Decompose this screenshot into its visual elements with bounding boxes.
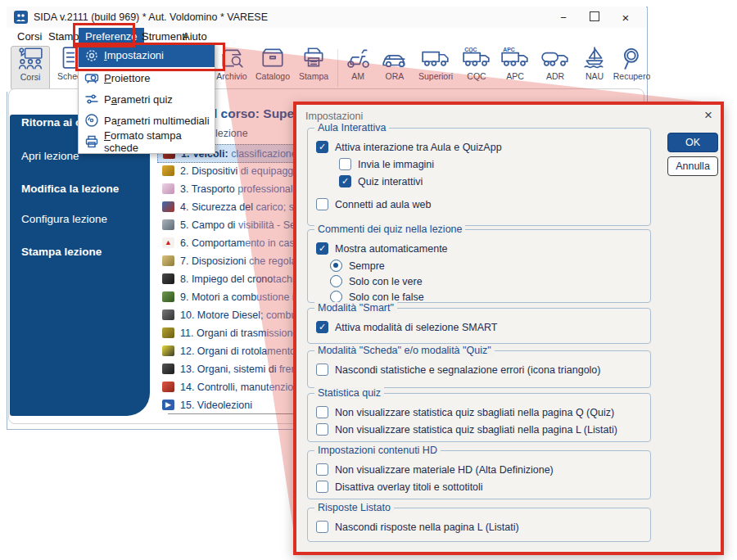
checkbox-connetti-aula-web[interactable]: ✓ xyxy=(316,198,328,210)
svg-text:CQC: CQC xyxy=(464,47,477,53)
menu-item-formato-stampa[interactable]: Formato stampa schede xyxy=(79,131,215,152)
toolbar-label: NAU xyxy=(586,71,604,81)
sidebar-item-stampa-lezione[interactable]: Stampa lezione xyxy=(21,246,102,258)
checkbox-quiz-interattivi[interactable]: ✓ xyxy=(339,175,351,187)
toolbar-label: AM xyxy=(351,71,364,81)
archive-search-icon xyxy=(219,46,245,70)
group-statistica-quiz: Statistica quiz ✓ Non visualizzare stati… xyxy=(307,393,651,442)
minimize-button[interactable]: − xyxy=(558,11,569,24)
svg-text:APC: APC xyxy=(503,47,515,52)
drawer-icon xyxy=(260,46,286,70)
checkbox-disattiva-overlay[interactable]: ✓ xyxy=(316,481,328,493)
impostazioni-dialog: Impostazioni × Aula Interattiva ✓ Attiva… xyxy=(293,102,724,555)
checkbox-selezione-smart[interactable]: ✓ xyxy=(316,321,328,333)
radio-solo-false[interactable] xyxy=(330,291,342,303)
toolbar-am-button[interactable]: AM xyxy=(341,46,375,88)
menu-corsi[interactable]: Corsi xyxy=(13,28,46,45)
toolbar-label: Archivio xyxy=(216,71,246,81)
sidebar-item-configura-lezione[interactable]: Configura lezione xyxy=(21,213,107,225)
printer-icon xyxy=(301,46,327,70)
lesson-icon xyxy=(162,165,174,176)
checkbox-nascondi-risposte[interactable]: ✓ xyxy=(316,521,328,533)
window-title: SIDA v.2111 (build 969) * Aut. Voldomino… xyxy=(34,11,268,23)
toolbar-catalogo-button[interactable]: Catalogo xyxy=(252,46,293,88)
toolbar-archivio-button[interactable]: Archivio xyxy=(211,46,252,88)
checkbox-attiva-interazione[interactable]: ✓ xyxy=(316,141,328,153)
group-contenuti-hd: Impostazioni contenuti HD ✓ Non visualiz… xyxy=(307,450,651,499)
radio-sempre[interactable] xyxy=(330,260,342,272)
ok-button[interactable]: OK xyxy=(667,133,718,152)
truck-icon xyxy=(421,46,450,70)
checkbox-statistica-pagina-l[interactable]: ✓ xyxy=(316,423,328,436)
lesson-icon xyxy=(162,345,174,356)
lesson-icon xyxy=(162,255,174,266)
toolbar-corsi-button[interactable]: Corsi xyxy=(11,46,50,90)
lesson-icon xyxy=(162,291,174,302)
truck-apc-icon: APC xyxy=(500,46,530,70)
checkbox-nascondi-statistiche[interactable]: ✓ xyxy=(316,364,328,376)
lesson-icon xyxy=(162,183,174,194)
app-logo-icon xyxy=(14,11,28,24)
group-risposte-listato: Risposte Listato ✓ Nascondi risposte nel… xyxy=(307,508,651,542)
toolbar-label: Superiori xyxy=(418,71,453,81)
lesson-icon xyxy=(162,309,174,320)
lesson-icon: ▶ xyxy=(162,400,174,410)
group-modalita-scheda-quiz: Modalità "Scheda" e/o modalità "Quiz" ✓ … xyxy=(307,350,651,388)
toolbar-label: ADR xyxy=(546,71,564,81)
menu-item-parametri-multimediali[interactable]: Parametri multimediali xyxy=(79,110,215,131)
group-modalita-smart: Modalità "Smart" ✓ Attiva modalità di se… xyxy=(307,308,651,344)
window-titlebar: SIDA v.2111 (build 969) * Aut. Voldomino… xyxy=(7,7,646,28)
checkbox-invia-immagini[interactable]: ✓ xyxy=(339,158,351,170)
cd-icon xyxy=(84,113,99,128)
group-aula-interattiva: Aula Interattiva ✓ Attiva interazione tr… xyxy=(307,128,651,226)
toolbar-label: Corsi xyxy=(20,72,41,82)
toolbar-ora-button[interactable]: ORA xyxy=(377,46,413,88)
projector-icon xyxy=(84,70,99,85)
lesson-icon xyxy=(162,327,174,338)
toolbar-label: Recupero xyxy=(613,71,650,81)
dialog-close-icon[interactable]: × xyxy=(704,107,712,124)
toolbar-recupero-button[interactable]: Recupero xyxy=(613,46,650,88)
sliders-icon xyxy=(84,92,99,106)
radio-solo-vere[interactable] xyxy=(330,275,342,287)
toolbar-stampa-button[interactable]: Stampa xyxy=(295,46,332,88)
lesson-icon xyxy=(162,273,174,284)
annulla-button[interactable]: Annulla xyxy=(667,156,718,176)
toolbar-label: APC xyxy=(506,71,524,81)
tanker-truck-icon xyxy=(540,46,570,70)
preferences-dropdown-menu: Impostazioni Proiettore Parametri quiz P… xyxy=(78,43,215,154)
menu-item-impostazioni[interactable]: Impostazioni xyxy=(79,43,215,67)
group-commenti-quiz: Commenti dei quiz nella lezione ✓ Mostra… xyxy=(307,229,651,303)
toolbar-cqc-button[interactable]: CQC CQC xyxy=(458,46,495,88)
sidebar-item-modifica-lezione[interactable]: Modifica la lezione xyxy=(21,183,119,195)
toolbar-label: ORA xyxy=(386,71,405,81)
toolbar-apc-button[interactable]: APC APC xyxy=(496,46,534,88)
lesson-icon xyxy=(162,219,174,230)
toolbar-superiori-button[interactable]: Superiori xyxy=(414,46,458,88)
scooter-icon xyxy=(345,46,371,70)
checkbox-statistica-pagina-q[interactable]: ✓ xyxy=(316,406,328,418)
lesson-icon: ▲ xyxy=(162,237,174,248)
sidebar-item-apri-lezione[interactable]: Apri lezione xyxy=(21,150,79,162)
close-button[interactable]: × xyxy=(620,11,631,25)
sailboat-icon xyxy=(581,46,608,70)
lesson-icon xyxy=(162,382,174,392)
toolbar-label: Catalogo xyxy=(255,71,290,81)
menu-item-proiettore[interactable]: Proiettore xyxy=(79,67,215,88)
magnifier-icon xyxy=(619,46,645,70)
lesson-icon xyxy=(162,364,174,374)
toolbar-adr-button[interactable]: ADR xyxy=(535,46,576,88)
toolbar-nau-button[interactable]: NAU xyxy=(576,46,613,88)
menu-item-parametri-quiz[interactable]: Parametri quiz xyxy=(79,88,215,110)
truck-cqc-icon: CQC xyxy=(462,46,491,70)
toolbar-label: CQC xyxy=(467,71,486,81)
toolbar-label: Stampa xyxy=(299,71,328,81)
checkbox-mostra-automaticamente[interactable]: ✓ xyxy=(316,242,328,255)
maximize-button[interactable] xyxy=(590,11,599,21)
lesson-icon xyxy=(162,201,174,212)
car-icon xyxy=(381,46,409,70)
dialog-title: Impostazioni xyxy=(305,111,363,122)
classroom-icon xyxy=(17,47,43,71)
checkbox-materiale-hd[interactable]: ✓ xyxy=(316,463,328,476)
gear-icon xyxy=(84,48,99,63)
